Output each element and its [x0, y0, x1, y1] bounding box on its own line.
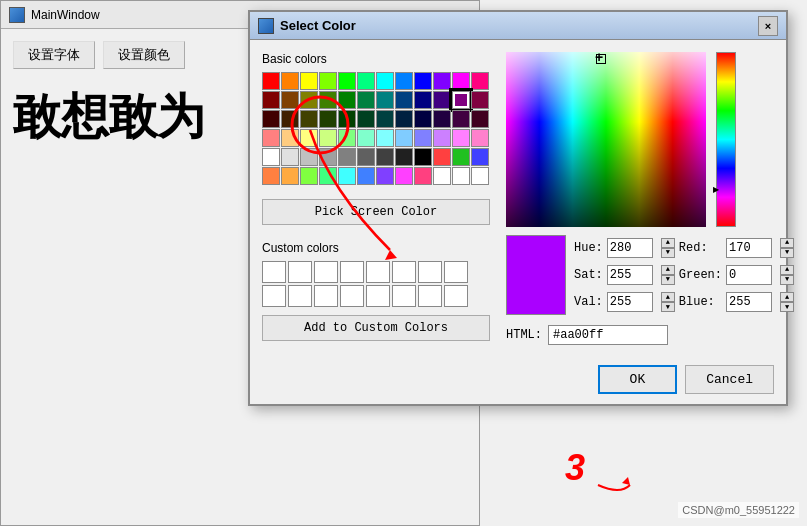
basic-color-swatch[interactable] [433, 91, 451, 109]
basic-color-swatch[interactable] [452, 148, 470, 166]
basic-color-swatch[interactable] [376, 148, 394, 166]
basic-color-swatch[interactable] [471, 91, 489, 109]
blue-spin-arrows[interactable]: ▲ ▼ [780, 292, 794, 312]
basic-color-swatch[interactable] [471, 110, 489, 128]
basic-color-swatch[interactable] [319, 91, 337, 109]
basic-color-swatch[interactable] [281, 72, 299, 90]
custom-color-swatch[interactable] [418, 261, 442, 283]
basic-color-swatch[interactable] [414, 72, 432, 90]
ok-button[interactable]: OK [598, 365, 678, 394]
basic-color-swatch[interactable] [452, 72, 470, 90]
basic-color-swatch[interactable] [281, 110, 299, 128]
basic-color-swatch[interactable] [414, 167, 432, 185]
basic-color-swatch[interactable] [281, 129, 299, 147]
red-input[interactable] [726, 238, 772, 258]
basic-color-swatch[interactable] [262, 129, 280, 147]
basic-color-swatch[interactable] [262, 148, 280, 166]
basic-color-swatch[interactable] [357, 129, 375, 147]
red-up-arrow[interactable]: ▲ [780, 238, 794, 248]
sat-input[interactable] [607, 265, 653, 285]
custom-color-swatch[interactable] [392, 261, 416, 283]
basic-color-swatch[interactable] [414, 129, 432, 147]
val-down-arrow[interactable]: ▼ [661, 302, 675, 312]
basic-color-swatch[interactable] [452, 110, 470, 128]
basic-color-swatch[interactable] [262, 91, 280, 109]
basic-color-swatch[interactable] [395, 129, 413, 147]
basic-color-swatch[interactable] [395, 110, 413, 128]
basic-color-swatch[interactable] [338, 72, 356, 90]
basic-color-swatch[interactable] [452, 167, 470, 185]
green-spin-arrows[interactable]: ▲ ▼ [780, 265, 794, 285]
basic-color-swatch[interactable] [452, 91, 470, 109]
basic-color-swatch[interactable] [281, 167, 299, 185]
basic-color-swatch[interactable] [281, 91, 299, 109]
basic-color-swatch[interactable] [414, 148, 432, 166]
basic-color-swatch[interactable] [300, 72, 318, 90]
basic-color-swatch[interactable] [319, 148, 337, 166]
custom-color-swatch[interactable] [340, 285, 364, 307]
custom-color-swatch[interactable] [314, 285, 338, 307]
close-button[interactable]: × [758, 16, 778, 36]
custom-color-swatch[interactable] [366, 261, 390, 283]
basic-color-swatch[interactable] [300, 129, 318, 147]
basic-color-swatch[interactable] [300, 110, 318, 128]
hue-down-arrow[interactable]: ▼ [661, 248, 675, 258]
basic-color-swatch[interactable] [338, 167, 356, 185]
basic-color-swatch[interactable] [376, 110, 394, 128]
custom-color-swatch[interactable] [366, 285, 390, 307]
val-spin-arrows[interactable]: ▲ ▼ [661, 292, 675, 312]
basic-color-swatch[interactable] [319, 110, 337, 128]
custom-color-swatch[interactable] [262, 261, 286, 283]
basic-color-swatch[interactable] [452, 129, 470, 147]
cancel-button[interactable]: Cancel [685, 365, 774, 394]
basic-color-swatch[interactable] [319, 72, 337, 90]
basic-color-swatch[interactable] [414, 91, 432, 109]
basic-color-swatch[interactable] [433, 129, 451, 147]
basic-color-swatch[interactable] [433, 167, 451, 185]
basic-color-swatch[interactable] [471, 72, 489, 90]
basic-color-swatch[interactable] [262, 72, 280, 90]
basic-color-swatch[interactable] [433, 72, 451, 90]
basic-color-swatch[interactable] [471, 167, 489, 185]
html-input[interactable] [548, 325, 668, 345]
basic-color-swatch[interactable] [357, 72, 375, 90]
color-gradient[interactable] [506, 52, 706, 227]
custom-color-swatch[interactable] [444, 285, 468, 307]
basic-color-swatch[interactable] [395, 91, 413, 109]
basic-color-swatch[interactable] [357, 148, 375, 166]
val-input[interactable] [607, 292, 653, 312]
custom-color-swatch[interactable] [288, 261, 312, 283]
green-down-arrow[interactable]: ▼ [780, 275, 794, 285]
sat-up-arrow[interactable]: ▲ [661, 265, 675, 275]
basic-color-swatch[interactable] [376, 167, 394, 185]
blue-up-arrow[interactable]: ▲ [780, 292, 794, 302]
blue-input[interactable] [726, 292, 772, 312]
hue-input[interactable] [607, 238, 653, 258]
basic-color-swatch[interactable] [357, 167, 375, 185]
basic-color-swatch[interactable] [471, 148, 489, 166]
green-input[interactable] [726, 265, 772, 285]
basic-color-swatch[interactable] [338, 148, 356, 166]
basic-color-swatch[interactable] [262, 110, 280, 128]
basic-color-swatch[interactable] [414, 110, 432, 128]
green-up-arrow[interactable]: ▲ [780, 265, 794, 275]
basic-color-swatch[interactable] [300, 91, 318, 109]
sat-spin-arrows[interactable]: ▲ ▼ [661, 265, 675, 285]
basic-color-swatch[interactable] [338, 110, 356, 128]
basic-color-swatch[interactable] [338, 91, 356, 109]
basic-color-swatch[interactable] [357, 91, 375, 109]
custom-color-swatch[interactable] [418, 285, 442, 307]
basic-color-swatch[interactable] [471, 129, 489, 147]
hue-spin-arrows[interactable]: ▲ ▼ [661, 238, 675, 258]
custom-color-swatch[interactable] [288, 285, 312, 307]
custom-color-swatch[interactable] [314, 261, 338, 283]
red-spin-arrows[interactable]: ▲ ▼ [780, 238, 794, 258]
basic-color-swatch[interactable] [433, 110, 451, 128]
basic-color-swatch[interactable] [395, 167, 413, 185]
hue-up-arrow[interactable]: ▲ [661, 238, 675, 248]
basic-color-swatch[interactable] [300, 148, 318, 166]
pick-screen-color-button[interactable]: Pick Screen Color [262, 199, 490, 225]
custom-color-swatch[interactable] [392, 285, 416, 307]
custom-color-swatch[interactable] [444, 261, 468, 283]
basic-color-swatch[interactable] [433, 148, 451, 166]
